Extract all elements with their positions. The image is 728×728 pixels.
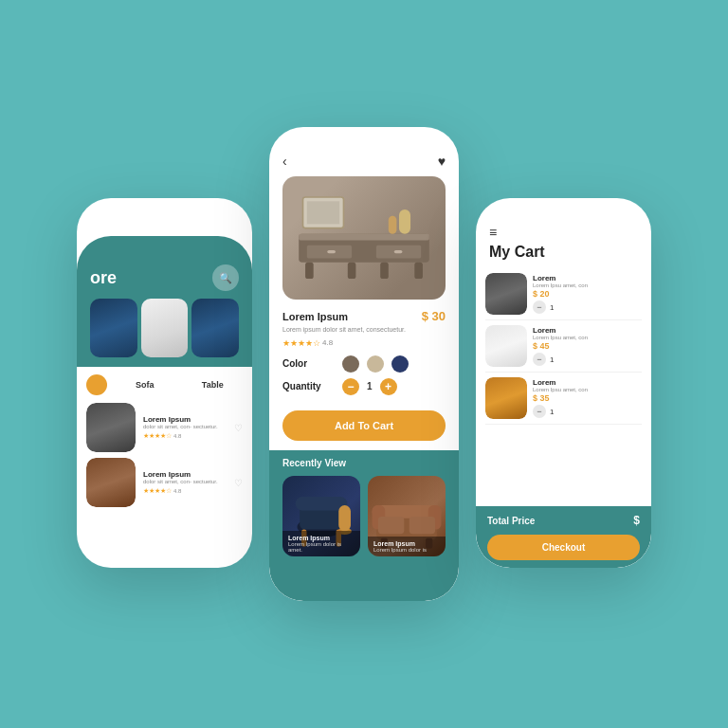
cart-item-desc-3: Lorem Ipsu amet, con xyxy=(533,387,642,394)
product-title: Lorem Ipsum xyxy=(282,311,348,322)
product-price: $ 30 xyxy=(422,309,446,323)
recent-item-name-1: Lorem Ipsum xyxy=(288,535,355,541)
cart-qty-decrease-1[interactable]: − xyxy=(533,300,546,314)
stars-2: ★★★★☆ xyxy=(143,487,172,495)
cart-item-name-1: Lorem xyxy=(533,274,642,282)
cart-items-list: Lorem Lorem Ipsu amet, con $ 20 − 1 xyxy=(476,268,651,506)
svg-rect-18 xyxy=(338,505,351,531)
svg-rect-3 xyxy=(348,263,356,279)
cart-item-price-2: $ 45 xyxy=(533,341,642,351)
recent-item-2[interactable]: Lorem Ipsum Lorem Ipsum dolor is xyxy=(368,476,446,556)
recently-view-title: Recently View xyxy=(282,458,446,468)
quantity-selector: Quantity − 1 + xyxy=(282,378,446,395)
favorite-button[interactable]: ♥ xyxy=(438,154,446,169)
category-table[interactable]: Table xyxy=(183,380,244,390)
phone-notch-2 xyxy=(321,127,407,148)
svg-rect-13 xyxy=(307,201,339,224)
cart-item-img-3 xyxy=(485,377,527,419)
svg-rect-2 xyxy=(305,263,314,279)
quantity-label: Quantity xyxy=(282,381,335,391)
total-price-label: Total Price xyxy=(487,516,535,526)
cart-qty-num-2: 1 xyxy=(550,355,554,364)
product-title-row: Lorem Ipsum $ 30 xyxy=(282,309,446,323)
cart-item-desc-1: Lorem Ipsu amet, con xyxy=(533,282,642,290)
phone-store: ore 🔍 xyxy=(77,198,252,568)
cart-item-name-3: Lorem xyxy=(533,378,642,387)
phone-notch-3 xyxy=(521,198,607,219)
total-price-row: Total Price $ xyxy=(487,514,640,527)
color-label: Color xyxy=(282,358,335,369)
heart-icon-1[interactable]: ♡ xyxy=(234,423,243,433)
recent-item-desc-1: Lorem Ipsum dolor is amet. xyxy=(288,541,355,553)
thumb-vase[interactable] xyxy=(141,299,189,357)
product-main-image xyxy=(282,176,446,300)
heart-icon-2[interactable]: ♡ xyxy=(234,478,243,488)
color-navy[interactable] xyxy=(391,355,409,373)
svg-rect-1 xyxy=(299,234,429,241)
product-desc-1: dolor sit amet, con- sectuetur. xyxy=(143,424,227,431)
recent-item-1[interactable]: Lorem Ipsum Lorem Ipsum dolor is amet. xyxy=(282,476,360,556)
thumb-chair-blue[interactable] xyxy=(90,299,137,357)
cart-item-info-2: Lorem Lorem Ipsu amet, con $ 45 − 1 xyxy=(533,326,642,367)
cart-item-price-1: $ 20 xyxy=(533,289,642,299)
recent-item-desc-2: Lorem Ipsum dolor is xyxy=(373,547,440,553)
cart-item-qty-1: − 1 xyxy=(533,300,642,314)
color-brown[interactable] xyxy=(342,355,359,373)
cart-qty-decrease-3[interactable]: − xyxy=(533,405,546,418)
svg-rect-11 xyxy=(399,209,410,234)
category-tabs: Sofa Table xyxy=(77,367,252,399)
phone-product-detail: ‹ ♥ xyxy=(269,127,459,601)
recently-view-grid: Lorem Ipsum Lorem Ipsum dolor is amet. xyxy=(282,476,446,556)
phone-cart: ≡ My Cart Lorem Lorem Ipsu amet, con $ 2… xyxy=(476,198,651,568)
cart-qty-decrease-2[interactable]: − xyxy=(533,353,546,366)
product-info-1: Lorem Ipsum dolor sit amet, con- sectuet… xyxy=(143,415,227,441)
quantity-increase-button[interactable]: + xyxy=(380,378,397,395)
phone-notch-1 xyxy=(122,198,208,219)
product-thumb-2 xyxy=(86,458,136,507)
product-stars: ★★★★☆ 4.8 xyxy=(282,338,446,348)
search-icon[interactable]: 🔍 xyxy=(212,264,239,291)
cart-item-1: Lorem Lorem Ipsu amet, con $ 20 − 1 xyxy=(485,268,642,320)
cart-item-2: Lorem Lorem Ipsu amet, con $ 45 − 1 xyxy=(485,320,642,373)
recently-view-section: Recently View xyxy=(269,450,459,601)
cart-item-img-2 xyxy=(485,325,527,367)
svg-rect-10 xyxy=(389,216,397,234)
phones-container: ore 🔍 xyxy=(0,0,728,728)
list-item[interactable]: Lorem Ipsum dolor sit amet, con- sectuet… xyxy=(86,403,243,452)
product-details-section: Lorem Ipsum $ 30 Lorem ipsum dolor sit a… xyxy=(269,300,459,401)
quantity-decrease-button[interactable]: − xyxy=(342,378,359,395)
thumb-chair-blue2[interactable] xyxy=(191,299,239,357)
stars-main: ★★★★☆ xyxy=(282,338,320,348)
product-info-2: Lorem Ipsum dolor sit amet, con- sectuet… xyxy=(143,470,227,496)
svg-rect-8 xyxy=(327,250,336,253)
hamburger-menu-icon[interactable]: ≡ xyxy=(489,225,638,240)
category-sofa[interactable]: Sofa xyxy=(115,380,175,390)
cart-footer: Total Price $ Checkout xyxy=(476,506,651,568)
cart-item-name-2: Lorem xyxy=(533,326,642,335)
svg-rect-4 xyxy=(380,263,389,279)
svg-rect-27 xyxy=(378,517,404,534)
cart-item-info-3: Lorem Lorem Ipsu amet, con $ 35 − 1 xyxy=(533,378,642,419)
product-name-2: Lorem Ipsum xyxy=(143,470,227,479)
recent-item-overlay-1: Lorem Ipsum Lorem Ipsum dolor is amet. xyxy=(282,531,360,556)
color-tan[interactable] xyxy=(367,355,384,373)
back-button[interactable]: ‹ xyxy=(282,154,287,169)
svg-rect-9 xyxy=(394,250,403,253)
checkout-button[interactable]: Checkout xyxy=(487,535,640,560)
svg-rect-28 xyxy=(410,517,435,534)
cart-item-desc-2: Lorem Ipsu amet, con xyxy=(533,335,642,342)
total-price-value: $ xyxy=(633,514,640,527)
cart-item-info-1: Lorem Lorem Ipsu amet, con $ 20 − 1 xyxy=(533,274,642,315)
cart-item-qty-3: − 1 xyxy=(533,405,642,418)
list-item[interactable]: Lorem Ipsum dolor sit amet, con- sectuet… xyxy=(86,458,243,507)
category-all-dot[interactable] xyxy=(86,374,107,395)
stars-1: ★★★★☆ xyxy=(143,432,172,440)
add-to-cart-button[interactable]: Add To Cart xyxy=(282,410,446,441)
color-selector: Color xyxy=(282,355,446,373)
rating-num-1: 4.8 xyxy=(173,433,181,439)
product-thumb-1 xyxy=(86,403,136,452)
product-description: Lorem ipsum dolor sit amet, consectuetur… xyxy=(282,325,446,335)
product-rating-2: ★★★★☆ 4.8 xyxy=(143,487,227,495)
product-list: Lorem Ipsum dolor sit amet, con- sectuet… xyxy=(77,399,252,511)
cart-item-price-3: $ 35 xyxy=(533,393,642,403)
